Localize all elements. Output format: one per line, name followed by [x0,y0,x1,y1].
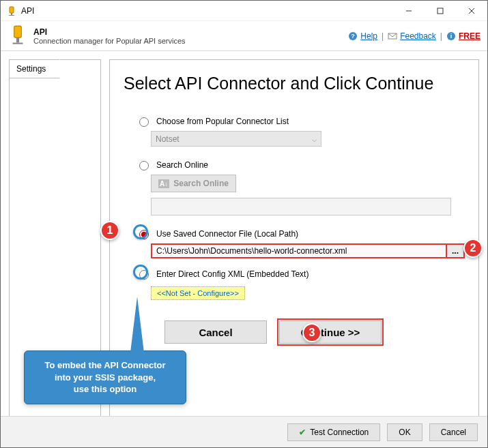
header-text: API Connection manager for Popular API s… [33,27,348,45]
maximize-button[interactable] [425,1,456,21]
app-large-icon [8,24,28,48]
radio-search-label: Search Online [156,160,208,170]
callout-tooltip: To embed the API Connector into your SSI… [24,350,186,404]
option-saved-file[interactable]: Use Saved Connector File (Local Path) [136,228,465,239]
option-direct-xml[interactable]: Enter Direct Config XML (Embedded Text) [136,268,465,280]
info-icon: i [446,31,456,41]
footer: ✔ Test Connection OK Cancel [1,416,487,447]
page-title: Select API Connector and Click Continue [124,74,465,93]
free-link[interactable]: FREE [459,31,480,41]
header-links: ? Help | Feedback | i FREE [348,31,480,41]
radio-popular-label: Choose from Popular Connector List [156,117,289,126]
radio-xml-label: Enter Direct Config XML (Embedded Text) [156,269,308,279]
popular-select-value: Notset [156,134,180,144]
feedback-link[interactable]: Feedback [400,31,436,41]
test-connection-label: Test Connection [310,428,369,437]
callout-line3: use this option [34,383,176,395]
sort-icon: A↓ [158,179,169,188]
header: API Connection manager for Popular API s… [1,21,487,51]
help-icon: ? [348,31,358,41]
svg-rect-1 [11,13,12,15]
search-results-box [151,198,451,215]
check-icon: ✔ [299,428,306,437]
ok-button[interactable]: OK [387,423,422,441]
radio-xml[interactable] [139,270,149,280]
radio-saved[interactable] [139,230,149,239]
callout-line2: into your SSIS package, [34,372,176,384]
browse-button[interactable]: ... [447,243,465,258]
radio-popular[interactable] [139,117,149,127]
svg-rect-4 [437,8,443,14]
saved-path-input[interactable] [151,243,447,258]
radio-search[interactable] [139,161,149,170]
search-online-label: Search Online [173,179,229,188]
titlebar: API [1,1,487,21]
footer-cancel-button[interactable]: Cancel [429,423,478,441]
cancel-button[interactable]: Cancel [164,320,267,344]
svg-text:?: ? [351,33,356,40]
chevron-down-icon: ⌵ [312,134,317,144]
badge-3: 3 [302,323,321,342]
badge-1: 1 [100,221,119,240]
svg-rect-0 [10,7,14,13]
app-name: API [33,27,348,37]
mail-icon [388,31,397,41]
help-link[interactable]: Help [360,31,377,41]
svg-rect-9 [13,42,23,44]
app-desc: Connection manager for Popular API servi… [33,37,348,45]
svg-rect-8 [16,38,19,42]
xml-configure-link[interactable]: <<Not Set - Configure>> [151,286,245,300]
svg-rect-7 [14,26,22,38]
option-search[interactable]: Search Online [136,159,465,170]
continue-button[interactable]: Continue >> [279,320,382,344]
minimize-button[interactable] [393,1,425,21]
body: Settings Select API Connector and Click … [1,51,487,419]
close-button[interactable] [456,1,487,21]
tab-settings[interactable]: Settings [9,59,60,78]
badge-2: 2 [463,239,483,258]
search-online-button[interactable]: A↓ Search Online [151,175,236,192]
popular-select[interactable]: Notset ⌵ [151,131,321,147]
svg-text:i: i [450,33,453,40]
option-popular[interactable]: Choose from Popular Connector List [136,115,465,127]
window-title: API [21,6,393,16]
test-connection-button[interactable]: ✔ Test Connection [287,423,380,441]
radio-saved-label: Use Saved Connector File (Local Path) [156,229,298,239]
svg-rect-2 [9,15,14,16]
callout-line1: To embed the API Connector [34,359,176,372]
app-icon [6,5,17,16]
